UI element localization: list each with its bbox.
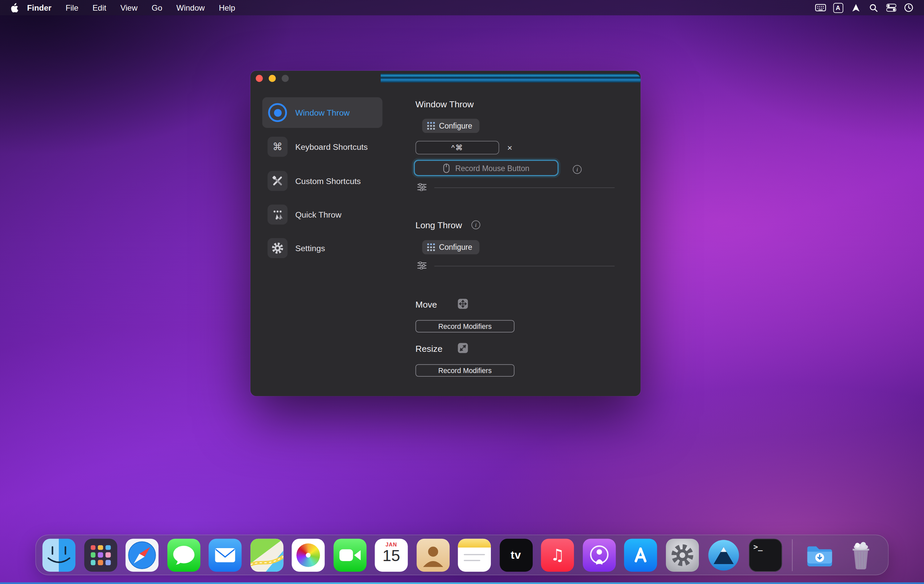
menu-view[interactable]: View — [113, 3, 145, 12]
dock-launchpad[interactable] — [84, 538, 117, 571]
dock: JAN 15 tv ♫ — [35, 535, 888, 575]
grid-icon — [427, 244, 435, 251]
desktop-wallpaper: Finder File Edit View Go Window Help A — [0, 0, 924, 584]
clock-icon[interactable] — [903, 2, 914, 13]
options-sliders-icon[interactable] — [417, 262, 426, 269]
dock-notes[interactable] — [458, 538, 491, 571]
sidebar-item-quick-throw[interactable]: Quick Throw — [262, 199, 383, 230]
calendar-day: 15 — [375, 547, 408, 565]
sidebar-item-label: Window Throw — [295, 108, 350, 117]
dock-tv[interactable]: tv — [500, 538, 532, 571]
gear-icon — [268, 238, 288, 258]
mouse-icon — [443, 163, 450, 173]
dock-finder[interactable] — [43, 538, 75, 571]
keyboard-icon[interactable] — [814, 2, 826, 13]
dock-separator — [792, 539, 793, 571]
section-title-window-throw: Window Throw — [416, 99, 474, 109]
configure-window-throw-button[interactable]: Configure — [422, 119, 479, 132]
zoom-window-button[interactable] — [282, 75, 289, 82]
dock-app-store[interactable] — [624, 538, 657, 571]
menu-help[interactable]: Help — [212, 3, 243, 12]
music-note-icon: ♫ — [541, 538, 574, 571]
resize-label: Resize — [416, 343, 442, 353]
dock-trash[interactable] — [844, 538, 877, 571]
record-circle-icon — [268, 103, 288, 122]
app-window: Window Throw ⌘ Keyboard Shortcuts Custom… — [251, 71, 641, 396]
menu-file[interactable]: File — [58, 3, 85, 12]
terminal-prompt: >_ — [753, 542, 762, 551]
crossed-tools-icon — [268, 171, 288, 191]
clear-shortcut-button[interactable]: × — [503, 141, 516, 154]
dock-maps[interactable] — [250, 538, 283, 571]
dock-safari[interactable] — [125, 538, 158, 571]
dock-terminal[interactable]: >_ — [749, 538, 782, 571]
options-sliders-icon[interactable] — [417, 183, 426, 191]
sidebar-item-settings[interactable]: Settings — [262, 233, 383, 264]
record-modifiers-move-button[interactable]: Record Modifiers — [416, 320, 515, 332]
search-icon[interactable] — [868, 2, 879, 13]
close-icon: × — [507, 143, 513, 152]
divider — [434, 187, 615, 188]
command-key-icon: ⌘ — [268, 137, 288, 157]
dock-podcasts[interactable] — [582, 538, 615, 571]
keyboard-shortcut-field[interactable]: ^⌘ — [416, 141, 499, 155]
menu-bar: Finder File Edit View Go Window Help A — [0, 0, 924, 15]
sidebar-item-window-throw[interactable]: Window Throw — [262, 97, 383, 128]
long-throw-info-icon[interactable]: i — [471, 221, 480, 229]
shortcut-value: ^⌘ — [451, 143, 463, 152]
menu-go[interactable]: Go — [145, 3, 169, 12]
sidebar-item-keyboard-shortcuts[interactable]: ⌘ Keyboard Shortcuts — [262, 132, 383, 162]
dock-music[interactable]: ♫ — [541, 538, 574, 571]
apple-menu-icon[interactable] — [8, 2, 20, 13]
configure-long-throw-button[interactable]: Configure — [422, 241, 479, 254]
active-app-name[interactable]: Finder — [20, 3, 58, 12]
titlebar-accent-stripes — [381, 74, 640, 83]
section-title-long-throw: Long Throw — [416, 220, 462, 230]
dock-facetime[interactable] — [333, 538, 366, 571]
sidebar-item-custom-shortcuts[interactable]: Custom Shortcuts — [262, 166, 383, 196]
dock-calendar[interactable]: JAN 15 — [375, 538, 408, 571]
dock-photos[interactable] — [292, 538, 325, 571]
wallpaper-horizon-line — [0, 582, 924, 584]
dock-window-app[interactable] — [707, 538, 740, 571]
sidebar-item-label: Keyboard Shortcuts — [295, 142, 368, 152]
resize-icon — [458, 343, 468, 353]
sidebar-item-label: Settings — [295, 244, 325, 253]
minimize-window-button[interactable] — [269, 75, 276, 82]
dock-system-preferences[interactable] — [666, 538, 698, 571]
menu-edit[interactable]: Edit — [85, 3, 113, 12]
record-mouse-button-field[interactable]: Record Mouse Button — [414, 160, 559, 177]
tv-label: tv — [500, 538, 532, 571]
grid-icon — [427, 122, 435, 130]
dots-and-cursors-icon — [268, 205, 288, 224]
menu-window[interactable]: Window — [169, 3, 212, 12]
location-icon[interactable] — [850, 2, 861, 13]
dock-contacts[interactable] — [416, 538, 449, 571]
divider — [434, 266, 615, 266]
dock-mail[interactable] — [209, 538, 241, 571]
dock-messages[interactable] — [167, 538, 200, 571]
record-mouse-placeholder: Record Mouse Button — [455, 163, 530, 172]
sidebar-item-label: Quick Throw — [295, 210, 342, 219]
record-modifiers-resize-button[interactable]: Record Modifiers — [416, 364, 515, 376]
input-source-icon[interactable]: A — [832, 2, 844, 13]
dock-downloads-folder[interactable] — [803, 538, 836, 571]
close-window-button[interactable] — [256, 75, 263, 82]
control-center-icon[interactable] — [885, 2, 897, 13]
sidebar-item-label: Custom Shortcuts — [295, 176, 361, 185]
move-icon — [458, 299, 468, 309]
move-label: Move — [416, 299, 437, 309]
info-icon[interactable]: i — [573, 165, 582, 174]
